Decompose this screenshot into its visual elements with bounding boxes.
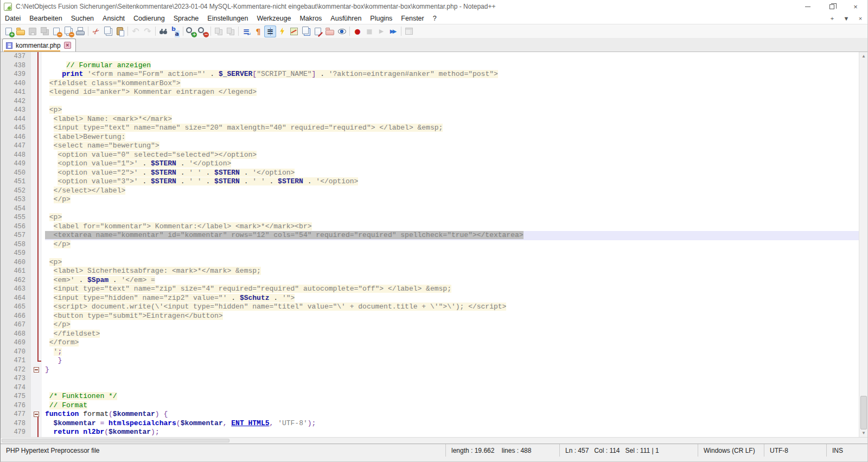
sync-horizontal-scrolling-icon[interactable] [225, 25, 237, 37]
macro-record-icon[interactable] [352, 25, 363, 37]
horizontal-scrollbar[interactable] [1, 437, 867, 444]
scroll-up-arrow-icon[interactable]: ▲ [859, 52, 867, 60]
save-all-icon[interactable] [39, 25, 50, 37]
new-file-icon[interactable] [3, 25, 15, 37]
sync-vertical-scrolling-icon[interactable] [213, 25, 225, 37]
code-line-474 [45, 383, 867, 393]
document-list-icon[interactable] [300, 25, 312, 37]
zoom-out-icon[interactable] [197, 25, 209, 37]
replace-icon[interactable] [169, 25, 181, 37]
open-file-icon[interactable] [15, 25, 27, 37]
code-line-447: <select name="bewertung"> [45, 142, 867, 151]
tab-list-button[interactable]: ▼ [839, 15, 853, 22]
project-folder-icon[interactable] [324, 25, 336, 37]
show-all-characters-icon[interactable] [252, 25, 264, 37]
status-cursor-position: Ln : 457 Col : 114 Sel : 111 | 1 [559, 444, 698, 457]
code-line-449: <option value="1">' . $STERN . '</option… [45, 159, 867, 169]
menu-fenster[interactable]: Fenster [397, 14, 428, 23]
menu-codierung[interactable]: Codierung [129, 14, 169, 23]
menu-plugins[interactable]: Plugins [366, 14, 397, 23]
saved-file-icon [6, 42, 12, 49]
fold-collapse-box-line-477[interactable] [34, 412, 39, 417]
minimize-icon[interactable] [796, 0, 820, 13]
menu-?[interactable]: ? [429, 14, 441, 23]
status-typing-mode[interactable]: INS [826, 444, 867, 457]
line-number: 437 [1, 52, 25, 61]
vertical-scrollbar-thumb[interactable] [860, 396, 867, 429]
menu-werkzeuge[interactable]: Werkzeuge [252, 14, 295, 23]
fold-structure-line [37, 52, 39, 361]
copy-icon[interactable] [102, 25, 114, 37]
cut-icon[interactable] [90, 25, 102, 37]
tab-close-icon[interactable] [64, 42, 71, 49]
macro-run-multiple-icon[interactable] [387, 25, 399, 37]
function-list-icon[interactable] [276, 25, 288, 37]
macro-save-icon[interactable] [403, 25, 415, 37]
save-file-icon[interactable] [27, 25, 39, 37]
line-number: 470 [1, 348, 25, 357]
fold-collapse-box-line-472[interactable] [34, 367, 39, 373]
find-icon[interactable] [157, 25, 169, 37]
tab-label: kommentar.php [16, 42, 61, 49]
toolbar-separator [401, 27, 401, 36]
editor[interactable]: 4374384394404414424434444454464474484494… [1, 52, 867, 437]
scroll-down-arrow-icon[interactable]: ▼ [859, 429, 867, 437]
line-number: 440 [1, 79, 25, 88]
horizontal-scrollbar-thumb[interactable] [2, 439, 229, 442]
redo-icon[interactable] [142, 25, 154, 37]
close-document-button[interactable]: × [853, 15, 867, 22]
code-line-458: </p> [45, 240, 867, 249]
close-icon[interactable]: × [844, 0, 867, 13]
print-icon[interactable] [74, 25, 86, 37]
line-number: 479 [1, 428, 25, 437]
menu-datei[interactable]: Datei [1, 14, 25, 23]
menu-sprache[interactable]: Sprache [169, 14, 203, 23]
macro-stop-icon[interactable] [363, 25, 375, 37]
document-map-icon[interactable] [288, 25, 300, 37]
tab-kommentar-php[interactable]: kommentar.php [2, 39, 76, 52]
close-file-icon[interactable] [50, 25, 62, 37]
line-number: 459 [1, 249, 25, 258]
code-line-455: <p> [45, 213, 867, 222]
vertical-scrollbar[interactable]: ▲ ▼ [859, 52, 867, 437]
status-encoding[interactable]: UTF-8 [764, 444, 826, 457]
code-area[interactable]: // Formular anzeigen print '<form name="… [42, 52, 867, 437]
toolbar-separator [183, 27, 183, 36]
macro-playback-icon[interactable] [375, 25, 387, 37]
new-tab-button[interactable]: + [825, 15, 839, 22]
menu-makros[interactable]: Makros [295, 14, 326, 23]
fold-structure-line-2 [37, 417, 39, 437]
line-number: 463 [1, 285, 25, 294]
close-all-icon[interactable] [62, 25, 74, 37]
line-number: 461 [1, 267, 25, 276]
view-eye-icon[interactable] [336, 25, 348, 37]
status-eol-format[interactable]: Windows (CR LF) [698, 444, 764, 457]
menu-einstellungen[interactable]: Einstellungen [203, 14, 252, 23]
menu-ausfhren[interactable]: Ausführen [326, 14, 366, 23]
word-wrap-icon[interactable] [240, 25, 252, 37]
status-doc-type: PHP Hypertext Preprocessor file [1, 444, 445, 457]
paste-icon[interactable] [114, 25, 126, 37]
restore-icon[interactable] [820, 0, 844, 13]
show-indent-guide-icon[interactable] [264, 25, 276, 37]
code-line-465: <script> document.write(\'<input type="h… [45, 303, 867, 312]
menu-bar: DateiBearbeitenSuchenAnsichtCodierungSpr… [1, 13, 867, 24]
code-line-460: <p> [45, 258, 867, 267]
line-number: 448 [1, 151, 25, 160]
code-line-456: <label for="kommentar"> Kommentar:</labe… [45, 222, 867, 232]
status-length-lines: length : 19.662 lines : 488 [445, 444, 559, 457]
zoom-in-icon[interactable] [185, 25, 197, 37]
line-number: 449 [1, 159, 25, 169]
file-edit-monitor-icon[interactable] [312, 25, 324, 37]
undo-icon[interactable] [130, 25, 142, 37]
code-line-477: function format($kommentar) { [45, 410, 867, 419]
line-number: 443 [1, 106, 25, 115]
menu-bearbeiten[interactable]: Bearbeiten [25, 14, 66, 23]
code-line-471: } [45, 356, 867, 365]
toolbar-separator [349, 27, 350, 36]
menu-ansicht[interactable]: Ansicht [98, 14, 129, 23]
line-number: 469 [1, 338, 25, 348]
menu-suchen[interactable]: Suchen [67, 14, 98, 23]
line-number: 456 [1, 222, 25, 232]
line-number: 442 [1, 97, 25, 106]
